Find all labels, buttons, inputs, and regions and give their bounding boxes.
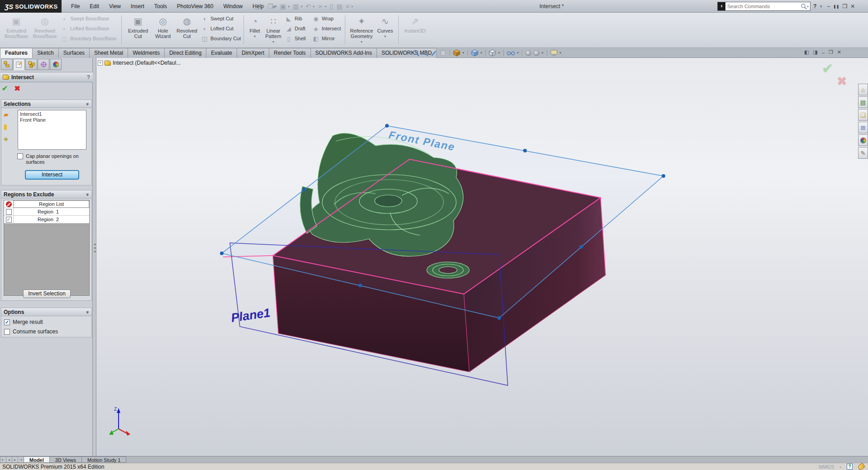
save-icon[interactable]: ▣: [279, 3, 287, 10]
extruded-cut-button[interactable]: ▣ Extruded Cut: [126, 14, 150, 46]
undo-caret-icon[interactable]: ▾: [313, 5, 316, 9]
tab-weldments[interactable]: Weldments: [128, 48, 165, 58]
regions-group-header[interactable]: Regions to Exclude »: [1, 190, 91, 199]
home-tab-button[interactable]: ⌂: [858, 84, 868, 95]
tab-motion-study-1[interactable]: Motion Study 1: [81, 456, 126, 463]
tab-3d-views[interactable]: 3D Views: [49, 456, 82, 463]
tree-root-label[interactable]: Intersect (Default<<Defaul...: [113, 60, 181, 66]
search-icon[interactable]: [801, 3, 807, 9]
tab-sketch[interactable]: Sketch: [32, 48, 59, 58]
options-icon[interactable]: ≡: [344, 3, 351, 10]
search-caret-icon[interactable]: ▾: [807, 5, 810, 9]
view-settings-icon[interactable]: [550, 50, 558, 57]
menu-insert[interactable]: Insert: [126, 0, 149, 13]
reference-geometry-button[interactable]: ✦ Reference Geometry ▾: [348, 14, 375, 46]
curves-caret-icon[interactable]: ▾: [384, 34, 386, 38]
display-style-caret-icon[interactable]: ▾: [498, 51, 500, 55]
swept-cut-button[interactable]: ◖Swept Cut: [201, 14, 241, 23]
menu-view[interactable]: View: [104, 0, 126, 13]
fillet-button[interactable]: ◔ Fillet ▾: [247, 14, 263, 46]
collapse-chevron-icon[interactable]: »: [85, 310, 91, 313]
section-view-icon[interactable]: [453, 49, 460, 57]
draft-button[interactable]: ◢Draft: [285, 24, 305, 33]
featuremanager-tab[interactable]: [1, 59, 13, 70]
confirmation-ok-icon[interactable]: ✔: [822, 61, 833, 76]
minimize-icon[interactable]: –: [827, 3, 830, 9]
pm-help-icon[interactable]: ?: [87, 74, 90, 81]
tab-dimxpert[interactable]: DimXpert: [237, 48, 269, 58]
intersect-action-button[interactable]: Intersect: [25, 170, 79, 180]
tree-expand-icon[interactable]: +: [98, 61, 103, 66]
view-settings-caret-icon[interactable]: ▾: [560, 51, 562, 55]
reference-geometry-caret-icon[interactable]: ▾: [361, 40, 362, 44]
consume-surfaces-checkbox[interactable]: [4, 329, 10, 335]
options-caret-icon[interactable]: ▾: [351, 5, 354, 9]
lofted-cut-button[interactable]: ◗Lofted Cut: [201, 24, 241, 33]
menu-edit[interactable]: Edit: [85, 0, 104, 13]
tab-solidworks-add-ins[interactable]: SOLIDWORKS Add-Ins: [310, 48, 377, 58]
pause-icon[interactable]: ❚❚: [833, 5, 839, 9]
custom-properties-button[interactable]: ✎: [858, 147, 868, 159]
region-row-1[interactable]: Region 1: [4, 208, 89, 216]
close-icon[interactable]: ✕: [850, 3, 855, 9]
restore-icon[interactable]: ❐: [842, 3, 847, 9]
select-icon[interactable]: ➣: [316, 3, 324, 10]
collapse-chevron-icon[interactable]: »: [85, 102, 91, 105]
options-group-header[interactable]: Options »: [1, 308, 91, 316]
apply-scene-icon[interactable]: [534, 50, 539, 56]
menu-photoview360[interactable]: PhotoView 360: [172, 0, 219, 13]
intersect-button[interactable]: ◈Intersect: [312, 24, 341, 33]
undo-icon[interactable]: ↶: [304, 3, 312, 10]
pane-left-icon[interactable]: ◧: [804, 49, 809, 55]
panel-splitter[interactable]: ◂◂◂: [93, 58, 96, 456]
invert-selection-button[interactable]: Invert Selection: [23, 290, 71, 298]
extruded-boss-base-button[interactable]: ▣ Extruded Boss/Base: [4, 14, 29, 46]
open-caret-icon[interactable]: ▾: [275, 5, 278, 9]
section-view-caret-icon[interactable]: ▾: [463, 51, 464, 55]
tab-direct-editing[interactable]: Direct Editing: [164, 48, 206, 58]
pm-ok-button[interactable]: ✔: [2, 84, 8, 93]
lofted-boss-base-button[interactable]: ◗Lofted Boss/Base: [61, 24, 117, 33]
region-row-2[interactable]: ✓ Region 2: [4, 216, 89, 223]
tab-render-tools[interactable]: Render Tools: [269, 48, 311, 58]
wrap-button[interactable]: ◉Wrap: [312, 14, 341, 23]
zoom-to-area-icon[interactable]: [422, 50, 429, 57]
tab-surfaces[interactable]: Surfaces: [58, 48, 90, 58]
instant3d-button[interactable]: ⇗ Instant3D: [402, 14, 428, 46]
dimxpertmanager-tab[interactable]: [38, 59, 49, 70]
tags-icon[interactable]: [857, 463, 865, 470]
zoom-to-fit-icon[interactable]: [413, 50, 420, 57]
cap-openings-checkbox[interactable]: [17, 153, 23, 159]
appearances-scenes-button[interactable]: [858, 134, 868, 146]
merge-result-checkbox[interactable]: ✓: [4, 319, 10, 325]
region-list[interactable]: Region List Region 1 ✓ Region 2: [4, 200, 90, 296]
tab-sheet-metal[interactable]: Sheet Metal: [89, 48, 128, 58]
selections-group-header[interactable]: Selections »: [1, 100, 91, 108]
file-properties-icon[interactable]: ▤: [335, 3, 344, 10]
linear-pattern-button[interactable]: ∷ Linear Pattern ▾: [264, 14, 283, 46]
tab-scroll-last-icon[interactable]: ⇥: [18, 456, 24, 463]
view-orientation-icon[interactable]: [471, 49, 478, 57]
selection-listbox[interactable]: Intersect1 Front Plane: [18, 110, 86, 150]
selection-item[interactable]: Intersect1: [20, 111, 84, 117]
tab-features[interactable]: Features: [0, 48, 33, 58]
displaymanager-tab[interactable]: [50, 59, 62, 70]
flyout-feature-tree[interactable]: + Intersect (Default<<Defaul...: [98, 60, 181, 66]
units-caret-icon[interactable]: ▴: [839, 465, 841, 469]
region-list-header-row[interactable]: Region List: [4, 200, 89, 208]
hole-wizard-button[interactable]: ◎ Hole Wizard: [152, 14, 174, 46]
curves-button[interactable]: ∿ Curves ▾: [376, 14, 394, 46]
help-icon[interactable]: ?: [813, 3, 816, 9]
linear-pattern-caret-icon[interactable]: ▾: [272, 40, 274, 44]
select-caret-icon[interactable]: ▾: [325, 5, 328, 9]
save-caret-icon[interactable]: ▾: [288, 5, 291, 9]
boundary-cut-button[interactable]: ◫Boundary Cut: [201, 34, 241, 43]
confirmation-cancel-icon[interactable]: ✖: [837, 74, 847, 89]
previous-view-icon[interactable]: [440, 50, 446, 57]
configurationmanager-tab[interactable]: [25, 59, 37, 70]
tab-evaluate[interactable]: Evaluate: [206, 48, 237, 58]
rebuild-icon[interactable]: ▯: [329, 3, 335, 10]
boundary-boss-base-button[interactable]: ◫Boundary Boss/Base: [61, 34, 117, 43]
tab-scroll-first-icon[interactable]: ⇤: [0, 456, 6, 463]
pane-right-icon[interactable]: ◨: [813, 49, 817, 55]
